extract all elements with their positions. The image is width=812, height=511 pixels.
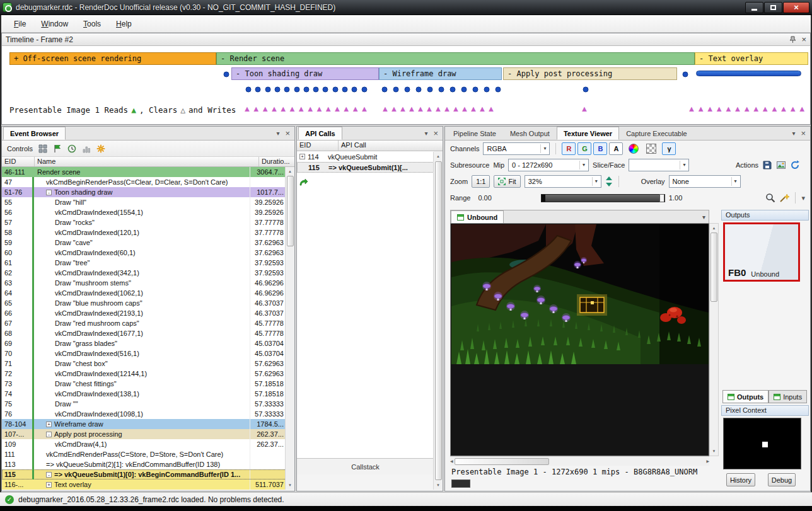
range-handle-white[interactable] — [659, 194, 664, 202]
event-row-57[interactable]: 57Draw "rocks"37.77778 — [2, 217, 286, 227]
event-row-113[interactable]: 113=> vkQueueSubmit(2)[1]: vkEndCommandB… — [2, 459, 286, 469]
draw-dot[interactable] — [393, 87, 399, 93]
draw-dot[interactable] — [450, 87, 456, 93]
event-row-72[interactable]: 72vkCmdDrawIndexed(12144,1)57.62963 — [2, 369, 286, 379]
event-browser-menu-icon[interactable]: ▾ — [276, 130, 279, 137]
draw-dot[interactable] — [224, 72, 229, 78]
tab-pipeline-state[interactable]: Pipeline State — [446, 127, 503, 140]
event-row-107-...[interactable]: 107-...-Apply post processing262.37... — [2, 429, 286, 439]
draw-dot[interactable] — [461, 87, 467, 93]
draw-dot[interactable] — [416, 87, 422, 93]
pixel-context-view[interactable] — [723, 418, 801, 469]
draw-dot[interactable] — [405, 87, 410, 93]
tab-outputs[interactable]: Outputs — [722, 390, 768, 403]
flip-y-icon[interactable] — [605, 176, 613, 187]
right-panel-menu-icon[interactable]: ▾ — [792, 130, 795, 137]
event-browser-scrollbar[interactable]: ▲ ▼ — [285, 167, 294, 490]
menu-window[interactable]: Window — [33, 17, 76, 31]
api-call-row[interactable]: + 114 vkQueueSubmit — [297, 151, 434, 162]
colorwheel-button[interactable] — [627, 142, 641, 155]
chart-icon[interactable] — [82, 144, 91, 153]
zoom-dropdown[interactable]: 32%▾ — [525, 175, 601, 188]
checker-background-button[interactable] — [644, 142, 658, 155]
fb0-thumbnail[interactable]: FB0 Unbound — [723, 222, 800, 282]
timeline-bar-toon[interactable]: - Toon shading draw — [231, 67, 379, 80]
draw-dot[interactable] — [294, 87, 299, 93]
event-row-69[interactable]: 69Draw "grass blades"45.03704 — [2, 338, 286, 348]
viewport-vscrollbar[interactable]: ▲ ▼ — [709, 223, 719, 456]
event-row-60[interactable]: 60vkCmdDrawIndexed(60,1)37.62963 — [2, 248, 286, 258]
draw-dot[interactable] — [583, 87, 589, 93]
open-image-icon[interactable] — [776, 160, 786, 170]
callstack-section[interactable]: Callstack — [297, 458, 434, 474]
event-row-47[interactable]: 47vkCmdBeginRenderPass(C=Clear, D=Clear,… — [2, 177, 286, 187]
event-row-115[interactable]: 115-=> vkQueueSubmit(1)[0]: vkBeginComma… — [2, 469, 286, 479]
event-row-67[interactable]: 67Draw "red mushroom caps"45.77778 — [2, 318, 286, 328]
draw-dot[interactable] — [496, 87, 501, 93]
draw-dot[interactable] — [473, 87, 478, 93]
overlay-dropdown[interactable]: None▾ — [669, 175, 741, 188]
tab-inputs[interactable]: Inputs — [768, 390, 807, 403]
wand-icon[interactable] — [779, 193, 789, 203]
slice-face-dropdown[interactable]: ▾ — [629, 159, 689, 171]
event-row-64[interactable]: 64vkCmdDrawIndexed(1062,1)46.96296 — [2, 288, 286, 298]
event-browser-close-icon[interactable]: × — [285, 129, 290, 138]
timeline-bar-post[interactable]: - Apply post processing — [503, 67, 677, 80]
draw-dot[interactable] — [332, 87, 338, 93]
mip-dropdown[interactable]: 0 - 1272x690▾ — [508, 159, 589, 171]
event-row-116-...[interactable]: 116-...+Text overlay511.7037 — [2, 479, 286, 490]
channel-b-button[interactable]: B — [593, 142, 607, 155]
event-row-61[interactable]: 61Draw "tree"37.92593 — [2, 258, 286, 268]
draw-dot[interactable] — [427, 87, 433, 93]
refresh-icon[interactable] — [790, 160, 800, 170]
draw-dot[interactable] — [361, 87, 367, 93]
draw-dot[interactable] — [439, 87, 444, 93]
draw-dot[interactable] — [274, 87, 280, 93]
flag-icon[interactable] — [53, 144, 62, 153]
preview-list-icon[interactable]: ▾ — [702, 214, 705, 221]
event-row-46-111[interactable]: 46-111Render scene3064.7... — [2, 167, 286, 177]
draw-dot[interactable] — [382, 87, 388, 93]
event-row-109[interactable]: 109vkCmdDraw(4,1)262.37... — [2, 439, 286, 449]
timeline-canvas[interactable]: + Off-screen scene rendering - Render sc… — [2, 46, 810, 124]
api-calls-scrollbar[interactable]: ▲ ▼ — [433, 152, 443, 490]
channel-r-button[interactable]: R — [562, 142, 576, 155]
timeline-bar-text-overlay[interactable]: - Text overlay — [695, 52, 808, 65]
event-row-76[interactable]: 76vkCmdDrawIndexed(1098,1)57.33333 — [2, 409, 286, 419]
tab-capture-executable[interactable]: Capture Executable — [619, 127, 694, 140]
event-row-70[interactable]: 70vkCmdDrawIndexed(516,1)45.03704 — [2, 348, 286, 359]
right-panel-close-icon[interactable]: × — [801, 129, 806, 138]
maximize-button[interactable] — [764, 2, 782, 13]
channel-a-button[interactable]: A — [609, 142, 623, 155]
event-row-51-76[interactable]: 51-76-Toon shading draw1017.7... — [2, 187, 286, 197]
pin-icon[interactable] — [789, 36, 796, 43]
event-row-75[interactable]: 75Draw ""57.33333 — [2, 399, 286, 409]
event-row-56[interactable]: 56vkCmdDrawIndexed(1554,1)39.25926 — [2, 207, 286, 217]
api-calls-close-icon[interactable]: × — [433, 129, 438, 138]
event-row-65[interactable]: 65Draw "blue mushroom caps"46.37037 — [2, 298, 286, 308]
event-row-62[interactable]: 62vkCmdDrawIndexed(342,1)37.92593 — [2, 268, 286, 278]
draw-dot[interactable] — [352, 87, 357, 93]
tab-api-calls[interactable]: API Calls — [298, 127, 342, 140]
close-button[interactable]: × — [783, 2, 809, 13]
debug-button[interactable]: Debug — [768, 473, 796, 486]
event-row-58[interactable]: 58vkCmdDrawIndexed(120,1)37.77778 — [2, 227, 286, 238]
texture-viewport[interactable] — [450, 223, 709, 456]
range-handle-black[interactable] — [542, 195, 545, 202]
timeline-bar-wireframe[interactable]: - Wireframe draw — [379, 67, 502, 80]
fit-button[interactable]: Fit — [494, 175, 520, 188]
timeline-close-icon[interactable]: × — [801, 35, 806, 44]
event-row-73[interactable]: 73Draw "chest fittings"57.18518 — [2, 379, 286, 389]
timeline-bar-offscreen[interactable]: + Off-screen scene rendering — [9, 52, 216, 65]
tab-mesh-output[interactable]: Mesh Output — [503, 127, 557, 140]
gamma-button[interactable]: γ — [662, 142, 676, 155]
draw-dot[interactable] — [265, 87, 270, 93]
channels-dropdown[interactable]: RGBA▾ — [483, 142, 550, 155]
menu-help[interactable]: Help — [108, 17, 139, 31]
draw-dot[interactable] — [246, 87, 252, 93]
api-call-row-current[interactable]: 115 => vkQueueSubmit(1)[... — [297, 162, 434, 173]
tab-texture-viewer[interactable]: Texture Viewer — [557, 127, 619, 140]
event-row-55[interactable]: 55Draw "hill"39.25926 — [2, 197, 286, 207]
viewport-hscrollbar[interactable]: ◀ ▶ — [450, 456, 709, 466]
draw-dot[interactable] — [255, 87, 261, 93]
